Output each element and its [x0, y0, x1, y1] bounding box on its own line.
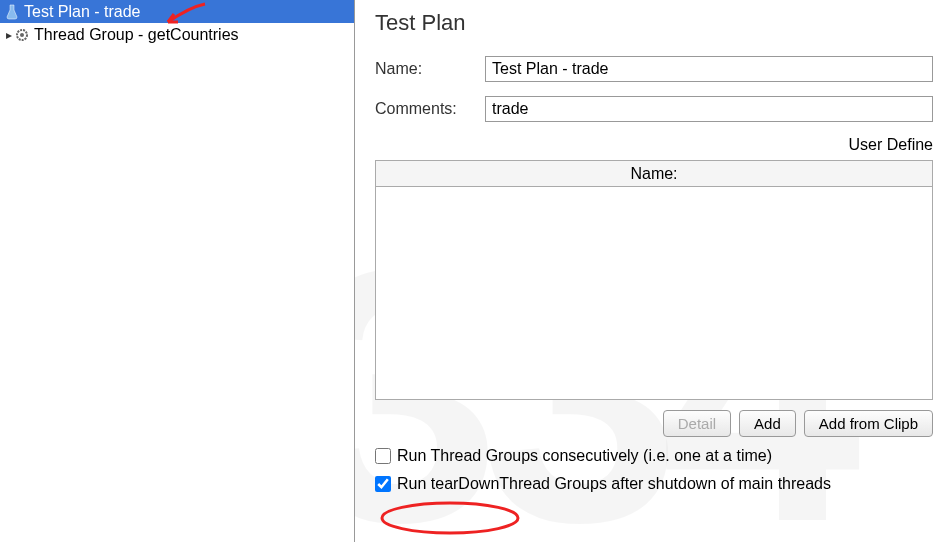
name-label: Name:	[375, 60, 485, 78]
tree-item-testplan[interactable]: Test Plan - trade	[0, 0, 354, 23]
run-consecutive-label: Run Thread Groups consecutively (i.e. on…	[397, 447, 772, 465]
run-teardown-label-part1: Run tearDown	[397, 475, 499, 493]
run-consecutive-checkbox[interactable]	[375, 448, 391, 464]
gear-icon	[14, 27, 30, 43]
add-from-clipboard-button[interactable]: Add from Clipb	[804, 410, 933, 437]
comments-label: Comments:	[375, 100, 485, 118]
tree-sidebar: Test Plan - trade ▸ Thread Group - getCo…	[0, 0, 355, 542]
svg-point-1	[20, 33, 24, 37]
run-teardown-checkbox[interactable]	[375, 476, 391, 492]
flask-icon	[4, 4, 20, 20]
comments-input[interactable]	[485, 96, 933, 122]
user-variables-table[interactable]: Name:	[375, 160, 933, 400]
expand-icon[interactable]: ▸	[4, 28, 14, 42]
add-button[interactable]: Add	[739, 410, 796, 437]
main-panel: Test Plan Name: Comments: User Define Na…	[355, 0, 933, 542]
name-input[interactable]	[485, 56, 933, 82]
panel-title: Test Plan	[375, 10, 933, 36]
run-teardown-label-part2: Thread Groups after shutdown of main thr…	[499, 475, 831, 493]
detail-button[interactable]: Detail	[663, 410, 731, 437]
tree-item-label: Test Plan - trade	[24, 3, 141, 21]
section-title: User Define	[375, 136, 933, 154]
tree-item-label: Thread Group - getCountries	[34, 26, 239, 44]
table-header-name: Name:	[376, 161, 932, 186]
tree-item-threadgroup[interactable]: ▸ Thread Group - getCountries	[0, 23, 354, 46]
